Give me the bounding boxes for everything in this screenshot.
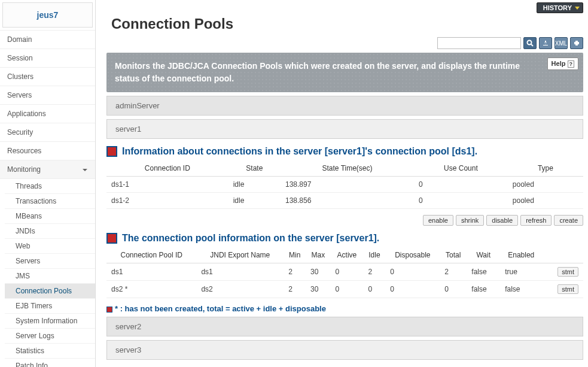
chevron-down-icon <box>82 166 88 172</box>
create-button[interactable]: create <box>554 215 583 226</box>
col-disposable: Disposable <box>385 247 440 263</box>
sub-connection-pools[interactable]: Connection Pools <box>5 284 95 299</box>
col-state-time: State Time(sec) <box>281 160 414 177</box>
server-row-server3[interactable]: server3 <box>106 340 583 360</box>
sub-statistics[interactable]: Statistics <box>5 344 95 359</box>
nav-label: Clusters <box>7 72 33 81</box>
sub-transactions[interactable]: Transactions <box>5 194 95 209</box>
col-state: State <box>229 160 281 177</box>
col-wait: Wait <box>467 247 500 263</box>
section-icon <box>106 146 117 157</box>
section1-title-text: Information about connections in the ser… <box>122 146 477 157</box>
table-row[interactable]: ds1 ds1 2 30 0 2 0 2 false true stmt <box>106 263 583 281</box>
section2-title-text: The connection pool information on the s… <box>122 233 379 244</box>
col-pool-id: Connection Pool ID <box>106 247 196 263</box>
server-row-server1[interactable]: server1 <box>106 119 583 139</box>
col-conn-id: Connection ID <box>106 160 229 177</box>
sub-web[interactable]: Web <box>5 239 95 254</box>
nav-monitoring[interactable]: Monitoring <box>0 160 95 179</box>
export-icon[interactable] <box>539 37 552 49</box>
sub-server-logs[interactable]: Server Logs <box>5 329 95 344</box>
col-use-count: Use Count <box>414 160 508 177</box>
nav-resources[interactable]: Resources <box>0 142 95 160</box>
help-button[interactable]: Help ? <box>547 57 578 70</box>
section-icon <box>106 233 117 244</box>
col-enabled: Enabled <box>500 247 542 263</box>
nav-domain[interactable]: Domain <box>0 31 95 49</box>
main-nav: Domain Session Clusters Servers Applicat… <box>0 30 95 367</box>
svg-point-0 <box>528 41 532 45</box>
table-row[interactable]: ds1-1 idle 138.897 0 pooled <box>106 177 583 193</box>
nav-session[interactable]: Session <box>0 49 95 68</box>
col-actions <box>542 247 583 263</box>
brand-logo[interactable]: jeus7 <box>2 2 93 28</box>
table-row[interactable]: ds2 * ds2 2 30 0 0 0 0 false false stmt <box>106 281 583 298</box>
svg-line-1 <box>531 44 533 46</box>
col-total: Total <box>440 247 467 263</box>
description-banner: Monitors the JDBC/JCA Connection Pools w… <box>106 53 583 92</box>
stmt-button[interactable]: stmt <box>557 284 578 294</box>
sub-ejb-timers[interactable]: EJB Timers <box>5 299 95 314</box>
sub-threads[interactable]: Threads <box>5 179 95 194</box>
stmt-button[interactable]: stmt <box>557 267 578 277</box>
server-row-admin[interactable]: adminServer <box>106 96 583 116</box>
action-buttons: enable shrink disable refresh create <box>106 215 583 226</box>
footnote-text: * : has not been created, total = active… <box>115 304 326 313</box>
table-row[interactable]: ds1-2 idle 138.856 0 pooled <box>106 193 583 209</box>
col-max: Max <box>306 247 330 263</box>
monitoring-subnav: Threads Transactions MBeans JNDIs Web Se… <box>0 179 95 367</box>
sub-jndis[interactable]: JNDIs <box>5 224 95 239</box>
section2-title: The connection pool information on the s… <box>106 233 583 244</box>
enable-button[interactable]: enable <box>423 215 453 226</box>
svg-rect-4 <box>575 44 578 46</box>
nav-clusters[interactable]: Clusters <box>0 68 95 86</box>
nav-security[interactable]: Security <box>0 123 95 142</box>
pools-table: Connection Pool ID JNDI Export Name Min … <box>106 247 583 298</box>
refresh-button[interactable]: refresh <box>520 215 552 226</box>
nav-label: Monitoring <box>7 165 41 174</box>
search-input[interactable] <box>437 37 521 49</box>
col-type: Type <box>508 160 583 177</box>
svg-rect-3 <box>575 41 578 42</box>
toolbar: XML <box>106 37 583 49</box>
description-text: Monitors the JDBC/JCA Connection Pools w… <box>115 61 520 83</box>
nav-label: Applications <box>7 110 46 118</box>
svg-rect-2 <box>574 42 579 44</box>
footnote: * : has not been created, total = active… <box>106 304 583 313</box>
topbar: HISTORY <box>106 2 583 13</box>
sub-servers[interactable]: Servers <box>5 254 95 269</box>
nav-label: Session <box>7 54 33 62</box>
server-row-server2[interactable]: server2 <box>106 317 583 336</box>
nav-servers[interactable]: Servers <box>0 86 95 105</box>
nav-applications[interactable]: Applications <box>0 105 95 123</box>
nav-label: Security <box>7 128 33 137</box>
shrink-button[interactable]: shrink <box>456 215 484 226</box>
brand-text: jeus7 <box>37 10 59 20</box>
main-content: HISTORY Connection Pools XML Monitors th… <box>96 0 588 367</box>
xml-icon[interactable]: XML <box>555 37 568 49</box>
page-title: Connection Pools <box>111 16 583 32</box>
disable-button[interactable]: disable <box>486 215 518 226</box>
nav-label: Resources <box>7 147 41 155</box>
sidebar: jeus7 Domain Session Clusters Servers Ap… <box>0 0 96 367</box>
sub-patch-info[interactable]: Patch Info <box>5 359 95 367</box>
sub-jms[interactable]: JMS <box>5 269 95 284</box>
sub-system-information[interactable]: System Information <box>5 314 95 329</box>
col-jndi: JNDI Export Name <box>196 247 284 263</box>
print-icon[interactable] <box>570 37 583 49</box>
section1-title: Information about connections in the ser… <box>106 146 583 157</box>
history-button[interactable]: HISTORY <box>537 2 583 13</box>
col-idle: Idle <box>363 247 385 263</box>
search-icon[interactable] <box>523 37 537 49</box>
connections-table: Connection ID State State Time(sec) Use … <box>106 160 583 209</box>
col-min: Min <box>284 247 306 263</box>
footnote-icon <box>106 307 112 313</box>
col-active: Active <box>331 247 364 263</box>
sub-mbeans[interactable]: MBeans <box>5 209 95 224</box>
nav-label: Servers <box>7 91 32 99</box>
nav-label: Domain <box>7 35 32 44</box>
